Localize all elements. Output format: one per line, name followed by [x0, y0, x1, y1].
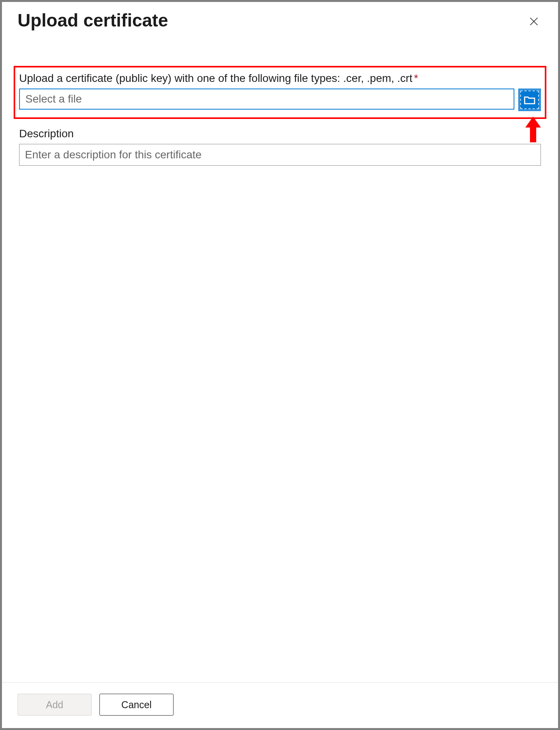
- description-input[interactable]: [19, 144, 541, 166]
- file-path-input[interactable]: [19, 89, 514, 110]
- file-input-row: [19, 89, 541, 111]
- upload-certificate-dialog: Upload certificate Upload a certificate …: [2, 2, 558, 728]
- required-indicator: *: [414, 72, 418, 85]
- annotation-arrow: [525, 116, 542, 145]
- dialog-title: Upload certificate: [18, 10, 168, 31]
- cancel-button[interactable]: Cancel: [99, 694, 174, 716]
- description-group: Description: [14, 128, 546, 166]
- close-icon: [528, 16, 539, 27]
- arrow-up-icon: [525, 116, 542, 143]
- dialog-footer: Add Cancel: [2, 682, 558, 728]
- browse-file-button[interactable]: [518, 89, 541, 111]
- dialog-header: Upload certificate: [2, 2, 558, 31]
- close-button[interactable]: [525, 13, 542, 30]
- add-button[interactable]: Add: [18, 694, 92, 716]
- file-upload-label: Upload a certificate (public key) with o…: [19, 72, 541, 85]
- dialog-body: Upload a certificate (public key) with o…: [2, 31, 558, 682]
- file-upload-label-text: Upload a certificate (public key) with o…: [19, 72, 412, 85]
- folder-icon: [523, 93, 536, 106]
- description-label: Description: [19, 128, 541, 140]
- file-upload-highlight: Upload a certificate (public key) with o…: [14, 66, 546, 119]
